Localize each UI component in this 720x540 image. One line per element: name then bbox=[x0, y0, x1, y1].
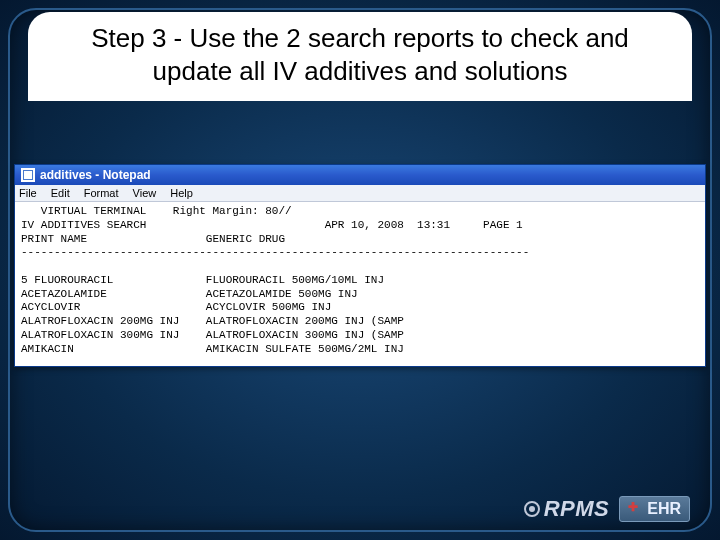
menu-edit[interactable]: Edit bbox=[51, 187, 70, 199]
ehr-badge: EHR bbox=[619, 496, 690, 522]
menu-help[interactable]: Help bbox=[170, 187, 193, 199]
notepad-title-text: additives - Notepad bbox=[40, 168, 151, 182]
notepad-menubar: File Edit Format View Help bbox=[15, 185, 705, 202]
menu-view[interactable]: View bbox=[133, 187, 157, 199]
notepad-text-area[interactable]: VIRTUAL TERMINAL Right Margin: 80// IV A… bbox=[15, 202, 705, 366]
notepad-titlebar[interactable]: additives - Notepad bbox=[15, 165, 705, 185]
rpms-logo: RPMS bbox=[524, 496, 610, 522]
menu-format[interactable]: Format bbox=[84, 187, 119, 199]
notepad-icon bbox=[21, 168, 35, 182]
branding-area: RPMS EHR bbox=[524, 496, 690, 522]
notepad-window: additives - Notepad File Edit Format Vie… bbox=[14, 164, 706, 367]
rpms-logo-text: RPMS bbox=[544, 496, 610, 522]
rpms-logo-icon bbox=[524, 501, 540, 517]
ehr-badge-text: EHR bbox=[647, 500, 681, 518]
menu-file[interactable]: File bbox=[19, 187, 37, 199]
slide-title: Step 3 - Use the 2 search reports to che… bbox=[28, 12, 692, 101]
ehr-cross-icon bbox=[628, 502, 642, 516]
